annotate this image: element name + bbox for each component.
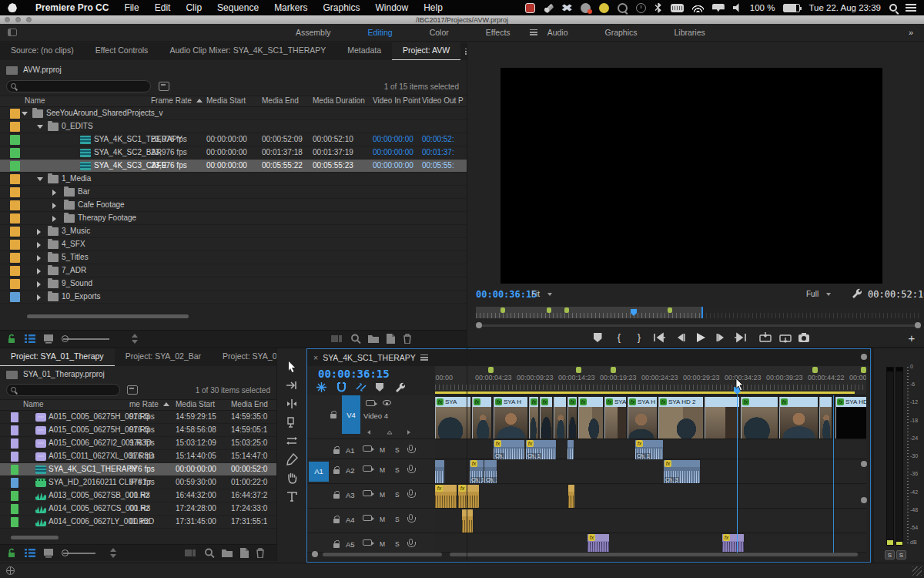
col-media-end[interactable]: Media End xyxy=(231,400,268,408)
timeline-tab[interactable]: SYA_4K_SC1_THERAPY xyxy=(323,353,416,362)
video-clip[interactable] xyxy=(819,397,832,439)
expand-chevron-icon[interactable] xyxy=(22,112,28,116)
timeline-tracks[interactable]: fxSYA fx fxSYA H fx xyxy=(435,395,866,553)
sequence-marker-icon[interactable] xyxy=(861,367,866,373)
search-bin-icon[interactable] xyxy=(159,82,169,91)
track-lock-icon[interactable] xyxy=(333,449,340,454)
window-title-bar[interactable]: /IBC2017/Projects/AVW.prproj xyxy=(0,15,924,24)
audio-clip[interactable] xyxy=(567,440,574,459)
clip-row[interactable]: A014_C006_0627LY_001.R3D 00 Hz 17:31:45:… xyxy=(0,516,276,529)
wifi-menu-icon[interactable] xyxy=(692,4,704,12)
label-color-swatch[interactable] xyxy=(10,109,20,119)
sequence-marker-icon[interactable] xyxy=(611,367,616,373)
app-status-menu-icon[interactable] xyxy=(599,3,609,13)
mute-button[interactable]: M xyxy=(380,540,385,548)
expand-chevron-icon[interactable] xyxy=(52,216,56,222)
video-track-target[interactable]: V4 xyxy=(342,395,360,434)
workspace-tab[interactable]: Graphics xyxy=(586,28,655,37)
audio-source-patch[interactable]: A1 xyxy=(309,462,329,482)
minimize-window-button[interactable] xyxy=(15,17,21,22)
audio-clip[interactable]: fx Ch. 3 xyxy=(664,460,700,483)
item-name[interactable]: 3_Music xyxy=(62,227,90,235)
col-media-start[interactable]: Media Start xyxy=(206,96,246,105)
expand-chevron-icon[interactable] xyxy=(37,281,41,287)
track-lock-icon[interactable] xyxy=(333,469,340,474)
voiceover-mic-icon[interactable] xyxy=(409,514,413,520)
mute-button[interactable]: M xyxy=(380,446,385,454)
item-name[interactable]: Bar xyxy=(78,187,90,196)
solo-button[interactable]: S xyxy=(395,446,400,454)
ripple-edit-tool[interactable] xyxy=(286,398,298,410)
item-name[interactable]: 7_ADR xyxy=(62,266,86,274)
label-color-swatch[interactable] xyxy=(11,491,18,501)
col-frame-rate[interactable]: me Rate xyxy=(129,400,169,408)
video-clip[interactable]: fx xyxy=(779,397,818,439)
zoom-slider-handle[interactable] xyxy=(62,549,69,556)
col-name[interactable]: Name xyxy=(23,400,44,408)
project-row[interactable]: SYA_4K_SC3_CAFE 23,976 fps 00:00:00:00 0… xyxy=(0,160,467,173)
expand-chevron-icon[interactable] xyxy=(52,190,56,196)
source-patch-icon[interactable] xyxy=(363,465,372,472)
menu-item[interactable]: File xyxy=(124,2,139,13)
delete-icon[interactable] xyxy=(402,334,413,344)
voiceover-mic-icon[interactable] xyxy=(409,445,413,451)
audio-clip[interactable] xyxy=(462,509,473,533)
label-color-swatch[interactable] xyxy=(10,279,20,289)
menu-item[interactable]: Markers xyxy=(274,2,307,13)
extract-button[interactable] xyxy=(778,331,792,344)
col-video-in[interactable]: Video In Point xyxy=(373,96,420,105)
video-clip[interactable]: fx xyxy=(540,397,552,439)
label-color-swatch[interactable] xyxy=(11,504,18,514)
add-marker-button[interactable] xyxy=(591,331,604,344)
column-header[interactable]: Name me Rate Media Start Media End xyxy=(0,399,276,411)
audio-track-header[interactable]: A3 M S xyxy=(307,485,435,509)
apple-menu-icon[interactable] xyxy=(8,3,17,12)
expand-chevron-icon[interactable] xyxy=(37,255,41,261)
timeline-vscroll-knob-bot[interactable] xyxy=(861,497,867,503)
menu-item[interactable]: Sequence xyxy=(217,2,259,13)
workspace-tab[interactable]: Color xyxy=(411,28,467,37)
col-video-out[interactable]: Video Out P xyxy=(422,96,464,105)
workspace-tab[interactable]: Editing xyxy=(350,28,411,37)
workspace-overflow[interactable]: » xyxy=(909,28,924,37)
video-clip[interactable]: fxSYA H xyxy=(494,397,527,439)
mark-out-button[interactable]: } xyxy=(632,331,646,344)
video-clip[interactable]: fxSYA xyxy=(435,397,470,439)
playback-resolution-dropdown[interactable]: Full xyxy=(806,290,831,298)
track-keyframe-nav-icons[interactable] xyxy=(366,429,412,435)
video-clip[interactable]: fx xyxy=(567,397,577,439)
audio-track-header[interactable]: A4 M S xyxy=(307,509,435,533)
source-patch-icon[interactable] xyxy=(363,515,372,521)
video-clip[interactable]: fxSYA HD 2 xyxy=(658,397,703,439)
project-row[interactable]: Therapy Footage xyxy=(0,212,467,225)
item-name[interactable]: 5_Titles xyxy=(62,253,89,261)
export-frame-button[interactable] xyxy=(797,331,811,344)
go-to-out-button[interactable] xyxy=(734,331,748,344)
sort-icon[interactable] xyxy=(108,548,119,558)
mark-in-button[interactable]: { xyxy=(612,331,626,344)
type-tool[interactable] xyxy=(286,490,298,502)
item-name[interactable]: 9_Sound xyxy=(62,279,92,287)
mute-button[interactable]: M xyxy=(380,516,385,523)
list-view-icon[interactable] xyxy=(25,334,35,344)
project-row[interactable]: 9_Sound xyxy=(0,277,467,291)
audio-clip[interactable]: fx Ch. 1 xyxy=(526,440,556,459)
label-color-swatch[interactable] xyxy=(10,122,20,132)
workspace-menu-icon[interactable] xyxy=(530,29,537,35)
audio-clip[interactable] xyxy=(435,460,444,483)
close-window-button[interactable] xyxy=(5,17,10,22)
sequence-marker-icon[interactable] xyxy=(500,307,505,313)
panel-tab[interactable]: Project: SYA_01_Therapy xyxy=(0,348,115,366)
spotlight-icon[interactable] xyxy=(889,4,897,12)
search-input[interactable] xyxy=(6,80,151,92)
menu-item[interactable]: Clip xyxy=(186,2,202,13)
close-tab-icon[interactable]: × xyxy=(313,353,318,362)
clip-row[interactable]: SYA_HD_20160211 CLIP #1.r 976 fps 00:59:… xyxy=(0,476,276,489)
sequence-marker-icon[interactable] xyxy=(564,307,569,313)
source-patch-icon[interactable] xyxy=(363,445,372,452)
list-view-icon[interactable] xyxy=(25,548,35,558)
sequence-marker-icon[interactable] xyxy=(547,307,551,313)
audio-clip[interactable]: fx xyxy=(722,534,744,552)
play-button[interactable] xyxy=(694,331,708,344)
timeline-hscroll-thumb2[interactable] xyxy=(450,553,858,556)
